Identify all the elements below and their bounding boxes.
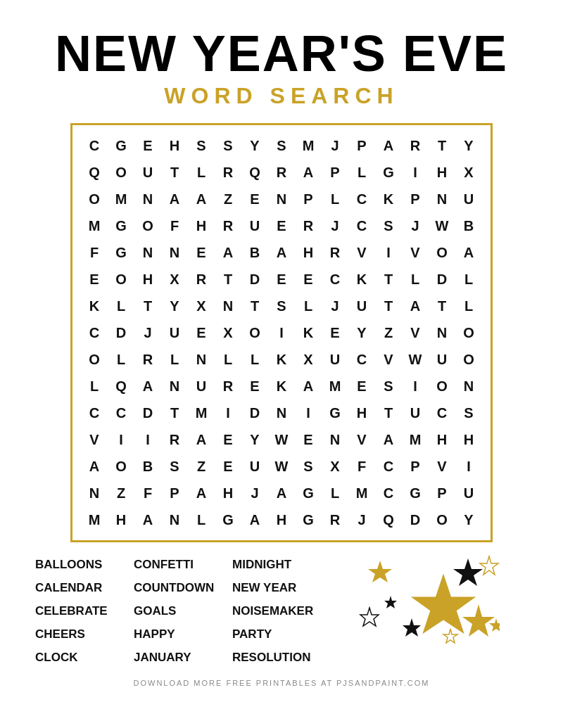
grid-cell: N [455,373,482,400]
word-item: JANUARY [134,648,232,668]
grid-row: OMNAAZENPLCKPNU [81,186,482,212]
grid-cell: T [375,266,402,293]
word-item: PARTY [232,625,331,645]
grid-cell: H [429,426,455,453]
grid-cell: Z [375,319,402,346]
grid-cell: R [134,346,161,373]
grid-cell: A [295,159,322,186]
grid-cell: N [134,239,161,266]
grid-cell: I [268,319,295,346]
grid-cell: L [455,266,482,293]
grid-cell: Z [188,453,215,480]
grid-cell: A [268,239,295,266]
grid-cell: W [429,212,455,239]
grid-cell: C [348,346,375,373]
word-col-3: MIDNIGHTNEW YEARNOISEMAKERPARTYRESOLUTIO… [232,555,331,668]
grid-cell: J [322,293,348,319]
grid-row: EOHXRTDEECKTLDL [81,266,482,293]
grid-cell: Y [241,132,268,159]
svg-marker-1 [453,558,483,586]
grid-cell: K [348,266,375,293]
grid-cell: J [348,506,375,533]
grid-cell: B [455,212,482,239]
word-item: CHEERS [35,625,134,645]
grid-cell: X [455,159,482,186]
grid-cell: M [348,480,375,506]
grid-cell: O [134,212,161,239]
grid-cell: Z [108,480,134,506]
grid-cell: E [134,132,161,159]
grid-cell: H [134,266,161,293]
grid-cell: R [188,266,215,293]
grid-cell: D [241,400,268,426]
grid-cell: V [81,426,108,453]
grid-row: OLRLNLLKXUCVWUO [81,346,482,373]
grid-cell: S [268,132,295,159]
grid-cell: T [134,293,161,319]
word-item: GOALS [134,601,232,622]
grid-cell: X [215,319,241,346]
grid-cell: C [348,186,375,212]
grid-cell: H [108,506,134,533]
grid-row: CGEHSSYSMJPARTY [81,132,482,159]
grid-cell: G [108,212,134,239]
grid-cell: T [161,159,188,186]
grid-cell: L [322,480,348,506]
word-item: CONFETTI [134,555,232,575]
grid-cell: C [81,132,108,159]
grid-row: FGNNEABAHRVIVOA [81,239,482,266]
grid-cell: U [402,400,429,426]
grid-cell: J [134,319,161,346]
grid-cell: B [134,453,161,480]
grid-cell: M [188,400,215,426]
grid-cell: C [81,400,108,426]
grid-cell: L [348,159,375,186]
grid-cell: K [268,373,295,400]
word-item: BALLOONS [35,555,134,575]
grid-cell: N [161,373,188,400]
grid-cell: A [188,480,215,506]
grid-cell: I [402,159,429,186]
grid-cell: C [322,266,348,293]
svg-marker-4 [462,604,495,637]
grid-cell: E [241,186,268,212]
grid-cell: G [295,480,322,506]
grid-cell: G [108,239,134,266]
grid-cell: U [322,346,348,373]
grid-cell: E [268,266,295,293]
grid-cell: H [161,132,188,159]
grid-cell: U [188,373,215,400]
grid-cell: U [455,480,482,506]
grid-cell: L [188,159,215,186]
grid-cell: I [134,426,161,453]
grid-row: MHANLGAHGRJQDOY [81,506,482,533]
stars-decoration [331,555,528,646]
grid-cell: S [375,212,402,239]
grid-cell: P [348,132,375,159]
grid-cell: A [375,132,402,159]
grid-cell: A [215,239,241,266]
word-item: RESOLUTION [232,648,331,668]
grid-cell: C [348,212,375,239]
grid-cell: V [375,346,402,373]
grid-cell: I [375,239,402,266]
grid-row: CCDTMIDNIGHTUCS [81,400,482,426]
page: NEW YEAR'S EVE WORD SEARCH CGEHSSYSMJPAR… [0,0,563,728]
grid-cell: H [215,480,241,506]
grid-cell: G [215,506,241,533]
svg-marker-8 [443,629,457,643]
word-search-grid: CGEHSSYSMJPARTYQOUTLRQRAPLGIHXOMNAAZENPL… [70,123,493,542]
grid-cell: D [134,400,161,426]
grid-cell: E [188,239,215,266]
grid-cell: V [348,239,375,266]
grid-cell: V [348,426,375,453]
grid-cell: O [429,506,455,533]
grid-cell: X [295,346,322,373]
grid-cell: Y [455,132,482,159]
grid-cell: R [161,426,188,453]
grid-cell: D [108,319,134,346]
grid-cell: Y [161,293,188,319]
grid-cell: B [241,239,268,266]
grid-cell: E [295,266,322,293]
grid-cell: A [188,426,215,453]
